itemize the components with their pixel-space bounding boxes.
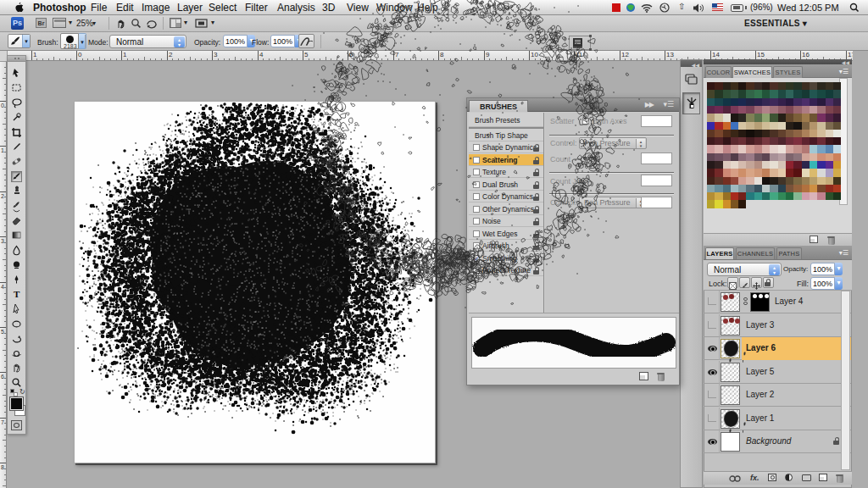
svg-text:T: T <box>14 289 20 299</box>
